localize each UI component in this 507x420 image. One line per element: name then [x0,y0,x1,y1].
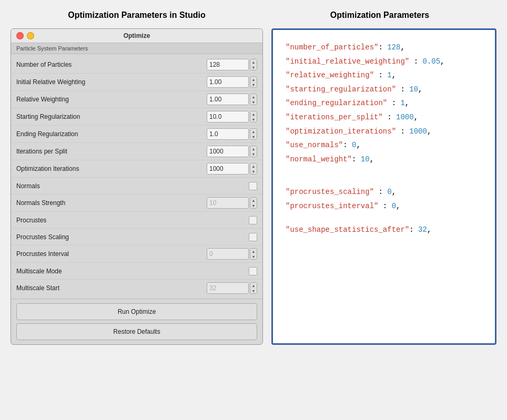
json-key: "starting_regularization" [286,85,396,94]
json-value: 1 [387,71,391,79]
spinner-up-button[interactable]: ▲ [250,59,257,65]
param-input-field [207,282,249,294]
json-value: 1 [400,99,404,107]
param-row: Ending Regularization▲▼ [11,126,262,143]
param-input-field[interactable] [207,94,249,105]
spinner-control[interactable]: ▲▼ [250,163,257,175]
restore-defaults-button[interactable]: Restore Defaults [16,323,257,340]
spinner-control[interactable]: ▲▼ [250,146,257,157]
spinner-wrap: ▲▼ [207,111,257,122]
json-line: "number_of_particles": 128, [286,40,482,55]
json-key: "iterations_per_split" [286,113,383,121]
param-label: Normals [16,182,249,190]
json-key: "ending_regularization" [286,99,387,107]
minimize-button[interactable] [27,32,34,39]
param-label: Procrustes Scaling [16,233,249,241]
spinner-down-button[interactable]: ▼ [250,169,257,174]
json-value: 1000 [409,127,427,136]
checkbox-input[interactable] [249,216,257,224]
spinner-down-button[interactable]: ▼ [250,254,257,259]
spinner-wrap: ▲▼ [207,59,257,70]
param-input-field[interactable] [207,76,249,88]
json-line: "normal_weight": 10, [286,152,482,167]
spinner-control[interactable]: ▲▼ [250,111,257,122]
spinner-up-button[interactable]: ▲ [250,249,257,254]
param-row: Relative Weighting▲▼ [11,91,262,108]
param-label: Optimization Iterations [16,165,207,172]
spinner-control[interactable]: ▲▼ [250,94,257,105]
spinner-control[interactable]: ▲▼ [250,59,257,70]
page-titles: Optimization Parameters in Studio Optimi… [11,11,496,20]
json-value: 32 [418,226,427,234]
spinner-wrap: ▲▼ [207,197,257,209]
param-input-field[interactable] [207,146,249,157]
json-line: "procrustes_interval" : 0, [286,199,482,213]
spinner-control[interactable]: ▲▼ [250,76,257,88]
spinner-down-button[interactable]: ▼ [250,134,257,139]
param-label: Iterations per Split [16,148,207,155]
json-key: "procrustes_interval" [286,202,378,210]
checkbox-input[interactable] [249,182,257,190]
spinner-down-button[interactable]: ▼ [250,203,257,208]
spinner-down-button[interactable]: ▼ [250,99,257,105]
json-spacer [286,213,482,223]
param-row: Optimization Iterations▲▼ [11,160,262,178]
param-input-field[interactable] [207,59,249,70]
spinner-control[interactable]: ▲▼ [250,282,257,294]
spinner-down-button[interactable]: ▼ [250,65,257,70]
spinner-down-button[interactable]: ▼ [250,288,257,293]
json-line: "use_normals": 0, [286,138,482,152]
checkbox-input[interactable] [249,233,257,241]
close-button[interactable] [16,32,24,39]
spinner-wrap: ▲▼ [207,146,257,157]
spinner-up-button[interactable]: ▲ [250,146,257,151]
spinner-control[interactable]: ▲▼ [250,248,257,260]
spinner-up-button[interactable]: ▲ [250,198,257,203]
json-value: 10 [361,155,370,163]
checkbox-input[interactable] [249,267,257,275]
json-line: "initial_relative_weighting" : 0.05, [286,55,482,69]
json-line: "optimization_iterations" : 1000, [286,125,482,139]
param-label: Starting Regularization [16,113,207,120]
param-input-field[interactable] [207,163,249,175]
spinner-up-button[interactable]: ▲ [250,163,257,169]
param-input-field [207,197,249,209]
param-row: Starting Regularization▲▼ [11,108,262,126]
spinner-up-button[interactable]: ▲ [250,111,257,117]
spinner-down-button[interactable]: ▼ [250,82,257,87]
json-value: 0.05 [422,57,440,66]
spinner-wrap: ▲▼ [207,128,257,140]
spinner-wrap: ▲▼ [207,248,257,260]
right-panel-title: Optimization Parameters [263,11,496,20]
run-optimize-button[interactable]: Run Optimize [16,303,257,320]
left-panel-title: Optimization Parameters in Studio [11,11,263,20]
param-label: Initial Relative Weighting [16,78,207,86]
param-row: Number of Particles▲▼ [11,56,262,74]
json-key: "number_of_particles" [286,43,378,52]
json-key: "use_normals" [286,141,343,149]
json-value: 128 [387,43,400,52]
json-line: "ending_regularization" : 1, [286,96,482,110]
param-row: Multiscale Start▲▼ [11,280,262,296]
param-label: Multiscale Mode [16,268,249,275]
spinner-down-button[interactable]: ▼ [250,151,257,157]
param-row: Normals [11,178,262,194]
spinner-up-button[interactable]: ▲ [250,94,257,99]
spinner-control[interactable]: ▲▼ [250,197,257,209]
json-key: "optimization_iterations" [286,127,396,136]
param-input-field[interactable] [207,128,249,140]
json-line: "starting_regularization" : 10, [286,83,482,97]
params-container: Number of Particles▲▼Initial Relative We… [11,54,262,299]
json-line: "procrustes_scaling" : 0, [286,185,482,199]
param-input-field[interactable] [207,111,249,122]
param-label: Procrustes [16,217,249,224]
spinner-up-button[interactable]: ▲ [250,283,257,288]
json-value: 0 [392,202,396,210]
spinner-control[interactable]: ▲▼ [250,128,257,140]
spinner-down-button[interactable]: ▼ [250,117,257,122]
spinner-up-button[interactable]: ▲ [250,77,257,82]
param-label: Relative Weighting [16,96,207,103]
window-controls [16,32,34,39]
param-row: Iterations per Split▲▼ [11,143,262,160]
spinner-up-button[interactable]: ▲ [250,129,257,134]
